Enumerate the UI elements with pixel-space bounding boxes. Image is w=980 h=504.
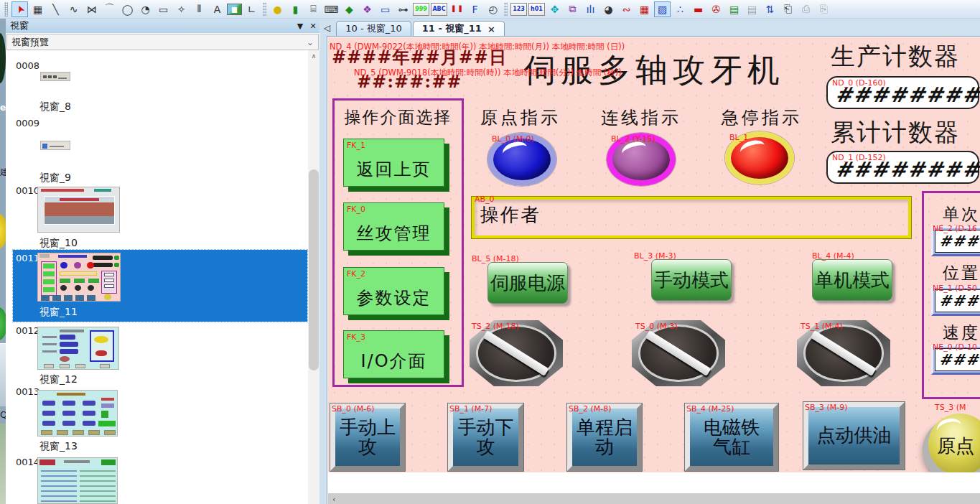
window-panel-titlebar[interactable]: 視窗 ▼ ✕ — [6, 19, 319, 33]
tab-scroll-left-icon[interactable]: ◁ — [324, 23, 330, 33]
multistate-button-tool-icon[interactable]: ❖ — [359, 1, 375, 17]
trend-chart-tool-icon[interactable]: ∾ — [618, 1, 635, 17]
fk-button-tap-manage[interactable]: FK_0 丝攻管理 — [343, 202, 444, 251]
window-thumbnail[interactable] — [37, 187, 120, 233]
operator-text-box[interactable]: 操作者 — [472, 197, 911, 238]
panel-close-icon[interactable]: ✕ — [307, 22, 319, 31]
move-tool-icon[interactable]: ✥ — [546, 1, 563, 17]
history-table-tool-icon[interactable]: ▤ — [744, 1, 760, 17]
traffic-light-tool-icon[interactable]: ▮ — [287, 1, 304, 17]
manual-mode-button[interactable]: 手动模式 — [651, 259, 732, 301]
pie-tool-icon[interactable]: ◔ — [137, 1, 154, 17]
tab-window-11[interactable]: 11 - 視窗_11 × — [413, 21, 505, 36]
gauge-tool-icon[interactable]: ◕ — [600, 1, 617, 17]
clock-tool-icon[interactable]: ◴ — [485, 1, 501, 17]
window-item-selected[interactable]: 0011 視窗_11 — [13, 250, 307, 322]
window-thumbnail[interactable] — [40, 72, 70, 81]
schedule-tool-icon[interactable]: ⇅ — [762, 1, 778, 17]
window-item-number[interactable]: 0012 — [16, 325, 39, 336]
horizontal-scrollbar[interactable]: ‹ — [328, 493, 980, 504]
window-item-number[interactable]: 0009 — [16, 118, 39, 129]
window-item-number[interactable]: 0008 — [16, 60, 39, 71]
ascii-display-tool-icon[interactable]: ABC — [431, 3, 447, 16]
window-thumbnail[interactable] — [37, 457, 118, 504]
panel-dropdown-icon[interactable]: ▼ — [294, 22, 307, 31]
link-indicator-label[interactable]: 连线指示 — [601, 106, 681, 129]
window-item-number[interactable]: 0013 — [16, 386, 39, 397]
window-thumbnail[interactable] — [40, 141, 70, 150]
prod-counter-label[interactable]: 生产计数器 — [831, 40, 960, 73]
servo-power-button[interactable]: 伺服电源 — [487, 262, 568, 304]
function-key-tool-icon[interactable]: F — [467, 1, 483, 17]
copy-tool-icon[interactable]: ⎘ — [816, 1, 832, 17]
set-button-tool-icon[interactable]: ⌨ — [323, 1, 340, 17]
window-item-number[interactable]: 0014 — [16, 457, 39, 467]
report-tool-icon[interactable]: ▤ — [726, 1, 742, 17]
jog-oil-button[interactable]: 点动供油 — [803, 402, 905, 470]
ascii-entry-tool-icon[interactable]: h01 — [528, 3, 545, 16]
barcode-tool-icon[interactable]: ▌▐ — [449, 1, 465, 17]
tab-close-icon[interactable]: × — [487, 24, 495, 34]
hmi-design-canvas[interactable]: ND_4 (DWM-9022(本地時間:時間(年)) 本地時間:時間(月)) 本… — [328, 37, 980, 472]
prod-counter-display[interactable]: ND_0 (D-160) ######## — [826, 76, 979, 109]
origin-round-button[interactable]: 原点 — [928, 414, 980, 472]
window-item-label[interactable]: 視窗_12 — [39, 373, 78, 386]
circle-tool-icon[interactable]: ◯ — [119, 1, 136, 17]
select-cursor-icon[interactable]: ➤ — [11, 1, 28, 17]
image-chart-tool-icon[interactable]: ▨ — [654, 1, 671, 17]
total-counter-display[interactable]: ND_1 (D-152) ######## — [826, 151, 979, 184]
window-item-number[interactable]: 0010 — [16, 185, 39, 196]
curve-tool-icon[interactable]: ∿ — [65, 1, 82, 17]
print-tool-icon[interactable]: ⎙ — [798, 1, 814, 17]
bargraph-tool-icon[interactable]: ılı — [582, 1, 599, 17]
scatter-chart-tool-icon[interactable]: ∴ — [672, 1, 689, 17]
total-counter-label[interactable]: 累计计数器 — [831, 116, 960, 149]
star-tool-icon[interactable]: ✧ — [173, 1, 190, 17]
window-thumbnail[interactable] — [37, 327, 119, 370]
numeric-entry-tool-icon[interactable]: 123 — [510, 3, 527, 16]
estop-indicator-label[interactable]: 急停指示 — [722, 106, 802, 129]
window-item-label[interactable]: 視窗_13 — [39, 440, 78, 453]
position-label[interactable]: 位置 — [943, 262, 980, 284]
solenoid-cylinder-button[interactable]: 电磁铁气缸 — [685, 403, 778, 471]
fk-button-return[interactable]: FK_1 返回上页 — [343, 139, 444, 187]
data-table-tool-icon[interactable]: ▦ — [636, 1, 653, 17]
momentary-button-tool-icon[interactable]: ⌸ — [305, 1, 322, 17]
window-item-label[interactable]: 視窗_9 — [39, 172, 71, 185]
manual-up-button[interactable]: 手动上攻 — [330, 403, 405, 471]
single-mode-button[interactable]: 单机模式 — [812, 259, 892, 301]
preview-mode-combobox[interactable]: 視窗預覽 ⌄ — [6, 34, 319, 50]
line-tool-icon[interactable]: ╲ — [47, 1, 64, 17]
sidebar-scrollbar[interactable]: ∧ — [308, 50, 319, 504]
window-item-label[interactable]: 視窗_8 — [39, 101, 71, 113]
scroll-left-icon[interactable]: ‹ — [332, 495, 335, 504]
picture-tool-icon[interactable]: ▆ — [227, 4, 242, 15]
window-thumbnail[interactable] — [37, 390, 118, 437]
text-display-tool-icon[interactable]: ▭ — [377, 1, 393, 17]
frame-tool-icon[interactable]: ∟ — [243, 1, 260, 17]
key-switch-tool-icon[interactable]: ⊶ — [395, 1, 411, 17]
lamp-tool-icon[interactable]: ● — [269, 1, 286, 17]
scale-tool-icon[interactable]: ⫴ — [191, 1, 207, 17]
fk-button-param-set[interactable]: FK_2 参数设定 — [343, 267, 444, 315]
fk-button-io[interactable]: FK_3 I/O介面 — [343, 330, 444, 378]
origin-indicator-label[interactable]: 原点指示 — [480, 106, 561, 129]
numeric-display-tool-icon[interactable]: 999 — [413, 3, 429, 16]
3d-button-tool-icon[interactable]: ◆ — [341, 1, 358, 17]
manual-down-button[interactable]: 手动下攻 — [448, 403, 523, 471]
toolbar-grip[interactable] — [4, 2, 8, 17]
scrollbar-thumb[interactable] — [309, 169, 319, 370]
single-count-label[interactable]: 单次 — [943, 203, 980, 225]
flow-block-tool-icon[interactable]: ⧉ — [564, 1, 581, 17]
scroll-up-icon[interactable]: ∧ — [308, 50, 319, 62]
speed-label[interactable]: 速度 — [943, 322, 980, 344]
recipe-tool-icon[interactable]: ⎗ — [780, 1, 796, 17]
polyline-tool-icon[interactable]: ⋈ — [83, 1, 100, 17]
rect-tool-icon[interactable]: ▭ — [155, 1, 172, 17]
arc-tool-icon[interactable]: ⌒ — [101, 1, 118, 17]
object-properties-icon[interactable]: ▦ — [29, 1, 46, 17]
single-cycle-start-button[interactable]: 单程启动 — [567, 403, 642, 471]
text-tool-icon[interactable]: A — [209, 1, 225, 17]
tab-window-10[interactable]: 10 - 視窗_10 — [336, 21, 411, 36]
window-thumbnail[interactable] — [37, 253, 121, 302]
